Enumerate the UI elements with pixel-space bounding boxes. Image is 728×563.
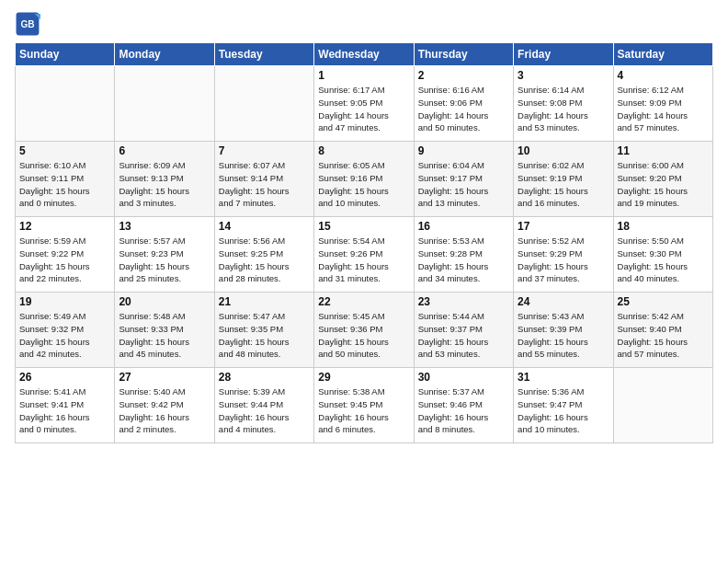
day-info: Sunrise: 5:59 AMSunset: 9:22 PMDaylight:… [19, 235, 110, 285]
day-number: 10 [518, 144, 609, 157]
day-info: Sunrise: 6:10 AMSunset: 9:11 PMDaylight:… [19, 159, 110, 210]
calendar-cell: 9Sunrise: 6:04 AMSunset: 9:17 PMDaylight… [414, 142, 513, 217]
calendar-cell: 26Sunrise: 5:41 AMSunset: 9:41 PMDayligh… [16, 368, 115, 443]
day-number: 19 [19, 295, 110, 308]
day-info: Sunrise: 6:09 AMSunset: 9:13 PMDaylight:… [119, 159, 210, 210]
day-number: 23 [418, 295, 509, 308]
day-info: Sunrise: 6:02 AMSunset: 9:19 PMDaylight:… [518, 159, 609, 210]
calendar-cell: 22Sunrise: 5:45 AMSunset: 9:36 PMDayligh… [314, 293, 414, 368]
day-info: Sunrise: 5:43 AMSunset: 9:39 PMDaylight:… [518, 310, 609, 361]
day-number: 30 [418, 371, 509, 384]
day-number: 25 [618, 295, 709, 308]
day-header-tuesday: Tuesday [214, 43, 313, 66]
day-number: 29 [318, 371, 409, 384]
calendar-cell: 21Sunrise: 5:47 AMSunset: 9:35 PMDayligh… [214, 293, 313, 368]
day-header-monday: Monday [115, 43, 214, 66]
day-header-sunday: Sunday [16, 43, 115, 66]
day-number: 12 [19, 220, 110, 233]
calendar-cell: 29Sunrise: 5:38 AMSunset: 9:45 PMDayligh… [314, 368, 414, 443]
calendar-cell [214, 66, 313, 142]
day-number: 1 [318, 69, 409, 82]
calendar-cell: 19Sunrise: 5:49 AMSunset: 9:32 PMDayligh… [16, 293, 115, 368]
day-info: Sunrise: 6:12 AMSunset: 9:09 PMDaylight:… [618, 84, 709, 134]
day-info: Sunrise: 5:47 AMSunset: 9:35 PMDaylight:… [219, 310, 310, 361]
day-info: Sunrise: 5:44 AMSunset: 9:37 PMDaylight:… [418, 310, 509, 361]
day-number: 14 [219, 220, 310, 233]
day-number: 3 [518, 69, 609, 82]
day-info: Sunrise: 5:39 AMSunset: 9:44 PMDaylight:… [219, 385, 310, 436]
calendar-cell: 20Sunrise: 5:48 AMSunset: 9:33 PMDayligh… [115, 293, 214, 368]
day-info: Sunrise: 5:45 AMSunset: 9:36 PMDaylight:… [318, 310, 409, 361]
logo-icon: GB [15, 11, 40, 37]
day-info: Sunrise: 5:38 AMSunset: 9:45 PMDaylight:… [318, 385, 409, 436]
calendar-cell: 5Sunrise: 6:10 AMSunset: 9:11 PMDaylight… [16, 142, 115, 217]
calendar-cell: 4Sunrise: 6:12 AMSunset: 9:09 PMDaylight… [613, 66, 712, 142]
calendar-cell [613, 368, 712, 443]
day-info: Sunrise: 5:37 AMSunset: 9:46 PMDaylight:… [418, 385, 509, 436]
day-info: Sunrise: 5:40 AMSunset: 9:42 PMDaylight:… [119, 385, 210, 436]
week-row-2: 5Sunrise: 6:10 AMSunset: 9:11 PMDaylight… [16, 142, 713, 217]
calendar-cell: 18Sunrise: 5:50 AMSunset: 9:30 PMDayligh… [613, 217, 712, 293]
day-header-saturday: Saturday [613, 43, 712, 66]
day-number: 5 [19, 144, 110, 157]
day-info: Sunrise: 5:42 AMSunset: 9:40 PMDaylight:… [618, 310, 709, 361]
day-number: 20 [119, 295, 210, 308]
day-info: Sunrise: 6:00 AMSunset: 9:20 PMDaylight:… [618, 159, 709, 210]
day-number: 6 [119, 144, 210, 157]
day-number: 16 [418, 220, 509, 233]
calendar-cell: 12Sunrise: 5:59 AMSunset: 9:22 PMDayligh… [16, 217, 115, 293]
day-info: Sunrise: 5:52 AMSunset: 9:29 PMDaylight:… [518, 235, 609, 285]
calendar-cell: 7Sunrise: 6:07 AMSunset: 9:14 PMDaylight… [214, 142, 313, 217]
calendar-cell [115, 66, 214, 142]
calendar-cell [16, 66, 115, 142]
day-header-wednesday: Wednesday [314, 43, 414, 66]
calendar-cell: 15Sunrise: 5:54 AMSunset: 9:26 PMDayligh… [314, 217, 414, 293]
day-number: 28 [219, 371, 310, 384]
day-number: 22 [318, 295, 409, 308]
day-number: 15 [318, 220, 409, 233]
day-info: Sunrise: 6:04 AMSunset: 9:17 PMDaylight:… [418, 159, 509, 210]
week-row-3: 12Sunrise: 5:59 AMSunset: 9:22 PMDayligh… [16, 217, 713, 293]
day-number: 24 [518, 295, 609, 308]
calendar-cell: 24Sunrise: 5:43 AMSunset: 9:39 PMDayligh… [514, 293, 613, 368]
day-number: 27 [119, 371, 210, 384]
logo: GB [15, 11, 44, 37]
day-number: 4 [618, 69, 709, 82]
day-number: 2 [418, 69, 509, 82]
day-number: 11 [618, 144, 709, 157]
day-number: 8 [318, 144, 409, 157]
day-header-thursday: Thursday [414, 43, 513, 66]
day-info: Sunrise: 6:14 AMSunset: 9:08 PMDaylight:… [518, 84, 609, 134]
calendar-cell: 16Sunrise: 5:53 AMSunset: 9:28 PMDayligh… [414, 217, 513, 293]
day-info: Sunrise: 5:36 AMSunset: 9:47 PMDaylight:… [518, 385, 609, 436]
calendar-cell: 8Sunrise: 6:05 AMSunset: 9:16 PMDaylight… [314, 142, 414, 217]
day-info: Sunrise: 6:16 AMSunset: 9:06 PMDaylight:… [418, 84, 509, 134]
day-number: 18 [618, 220, 709, 233]
header-row: SundayMondayTuesdayWednesdayThursdayFrid… [16, 43, 713, 66]
day-number: 9 [418, 144, 509, 157]
day-number: 31 [518, 371, 609, 384]
calendar-cell: 10Sunrise: 6:02 AMSunset: 9:19 PMDayligh… [514, 142, 613, 217]
day-info: Sunrise: 5:48 AMSunset: 9:33 PMDaylight:… [119, 310, 210, 361]
day-info: Sunrise: 5:57 AMSunset: 9:23 PMDaylight:… [119, 235, 210, 285]
day-info: Sunrise: 5:50 AMSunset: 9:30 PMDaylight:… [618, 235, 709, 285]
calendar-cell: 14Sunrise: 5:56 AMSunset: 9:25 PMDayligh… [214, 217, 313, 293]
page: GB SundayMondayTuesdayWednesdayThursdayF… [0, 0, 728, 563]
calendar-cell: 11Sunrise: 6:00 AMSunset: 9:20 PMDayligh… [613, 142, 712, 217]
calendar-cell: 3Sunrise: 6:14 AMSunset: 9:08 PMDaylight… [514, 66, 613, 142]
calendar-cell: 13Sunrise: 5:57 AMSunset: 9:23 PMDayligh… [115, 217, 214, 293]
calendar-cell: 31Sunrise: 5:36 AMSunset: 9:47 PMDayligh… [514, 368, 613, 443]
day-info: Sunrise: 5:53 AMSunset: 9:28 PMDaylight:… [418, 235, 509, 285]
calendar-cell: 23Sunrise: 5:44 AMSunset: 9:37 PMDayligh… [414, 293, 513, 368]
day-info: Sunrise: 5:49 AMSunset: 9:32 PMDaylight:… [19, 310, 110, 361]
calendar-cell: 28Sunrise: 5:39 AMSunset: 9:44 PMDayligh… [214, 368, 313, 443]
day-info: Sunrise: 5:41 AMSunset: 9:41 PMDaylight:… [19, 385, 110, 436]
day-number: 17 [518, 220, 609, 233]
day-info: Sunrise: 6:17 AMSunset: 9:05 PMDaylight:… [318, 84, 409, 134]
header: GB [15, 11, 713, 37]
svg-text:GB: GB [20, 19, 34, 29]
calendar-table: SundayMondayTuesdayWednesdayThursdayFrid… [15, 42, 713, 443]
week-row-5: 26Sunrise: 5:41 AMSunset: 9:41 PMDayligh… [16, 368, 713, 443]
week-row-1: 1Sunrise: 6:17 AMSunset: 9:05 PMDaylight… [16, 66, 713, 142]
day-info: Sunrise: 5:54 AMSunset: 9:26 PMDaylight:… [318, 235, 409, 285]
